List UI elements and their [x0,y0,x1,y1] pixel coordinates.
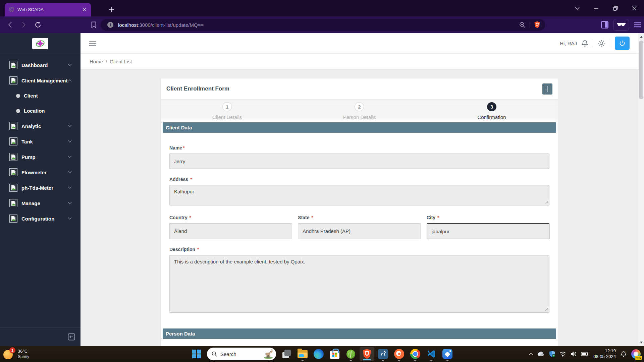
browser-reload-button[interactable] [32,19,44,31]
sidebar-item-client[interactable]: Client [0,88,80,103]
taskbar-weather-widget[interactable]: 1 36°C Sunny [3,346,29,362]
page-scrollbar[interactable] [638,33,644,346]
broken-image-icon [9,199,17,207]
card-kebab-menu-button[interactable] [542,83,552,95]
brave-shields-icon[interactable] [534,21,540,28]
microsoft-store-icon[interactable] [327,346,342,362]
notification-bell-dnd-icon[interactable]: z [620,351,627,357]
start-button[interactable] [189,346,204,362]
sidebar-subitem-label: Client [24,93,80,99]
browser-tab-web-scada[interactable]: Web SCADA [5,3,91,16]
logout-power-button[interactable] [615,37,630,50]
breadcrumb-home-link[interactable]: Home [90,59,103,64]
city-input[interactable] [427,223,549,239]
sidebar-item-analytic[interactable]: Analytic [0,118,80,134]
scrollbar-thumb[interactable] [639,41,643,99]
tab-close-icon[interactable] [81,7,87,13]
windows-security-shield-icon[interactable] [549,351,555,357]
page-content: Client Enrollment Form 1 Client Details … [80,70,638,346]
sidebar-item-client-management[interactable]: Client Management [0,73,80,88]
window-minimize-button[interactable] [587,0,606,16]
resize-grip-icon[interactable] [545,200,548,204]
step-person-details[interactable]: 2 Person Details [293,100,425,120]
client-enrollment-card: Client Enrollment Form 1 Client Details … [161,78,558,346]
window-close-button[interactable] [625,0,644,16]
chevron-down-icon [68,125,72,127]
breadcrumb-separator: / [106,59,107,64]
sidebar-collapse-icon[interactable] [68,333,75,341]
theme-toggle-sun-icon[interactable] [598,40,605,47]
onedrive-cloud-icon[interactable] [537,352,545,356]
sidebar-toggle-icon[interactable] [601,21,608,28]
sidebar-item-ph-tds-meter[interactable]: ph-Tds-Meter [0,180,80,195]
clock-time: 12:19 [594,348,616,354]
sidebar-item-location[interactable]: Location [0,103,80,118]
sidebar-item-tank[interactable]: Tank [0,134,80,149]
step-client-details[interactable]: 1 Client Details [161,100,293,120]
step-number: 3 [487,102,496,111]
sidebar-item-dashboard[interactable]: Dashboard [0,57,80,73]
sidebar-item-pump[interactable]: Pump [0,149,80,165]
sidebar-hamburger-icon[interactable] [89,38,99,48]
taskbar-search-box[interactable]: Search [207,348,276,360]
sidebar-item-label: Pump [21,154,68,160]
taskbar-clock[interactable]: 12:19 08-05-2024 [594,348,616,360]
address-bar[interactable]: i localhost:3000/client-list/update/MQ== [101,19,545,31]
site-info-icon[interactable]: i [107,22,113,28]
volume-icon[interactable] [571,351,577,357]
brave-browser-icon[interactable] [360,347,374,361]
pgadmin-icon[interactable] [376,346,390,362]
chevron-down-icon [68,202,72,204]
app-sidebar: Dashboard Client Management Client Locat… [0,33,80,346]
copilot-icon[interactable]: PRE [631,349,641,359]
browser-back-button[interactable] [4,19,15,31]
client-data-section-header: Client Data [163,122,556,133]
wizard-steps: 1 Client Details 2 Person Details 3 Conf… [161,99,558,120]
bullet-icon [16,94,20,98]
notifications-bell-icon[interactable] [582,40,588,47]
task-view-icon[interactable] [279,346,294,362]
window-restore-button[interactable] [606,0,625,16]
scrollbar-down-arrow[interactable] [638,340,644,345]
address-textarea[interactable]: Kalhupur [169,185,549,205]
postman-icon[interactable] [392,346,407,362]
spring-leaf-app-icon[interactable] [343,346,358,362]
desktop-screen: Web SCADA [0,0,644,362]
zoom-page-icon[interactable] [519,22,526,28]
tab-favicon-icon [9,7,14,12]
name-input[interactable] [169,154,549,169]
weather-condition: Sunny [18,354,29,359]
sidebar-item-label: Tank [21,139,68,144]
step-confirmation[interactable]: 3 Confirmation [426,100,558,120]
country-input[interactable] [169,223,292,239]
state-input[interactable] [298,223,421,239]
resize-grip-icon[interactable] [545,308,548,311]
app-logo[interactable] [32,38,48,49]
scrollbar-up-arrow[interactable] [638,34,644,40]
google-chrome-icon[interactable] [408,346,423,362]
photos-app-icon[interactable] [440,346,455,362]
sidebar-item-manage[interactable]: Manage [0,195,80,211]
windows-taskbar: 1 36°C Sunny Search [0,346,644,362]
tray-chevron-up-icon[interactable] [529,353,533,355]
search-highlight-donkey-image[interactable] [263,349,274,359]
wifi-icon[interactable] [559,352,566,357]
battery-icon[interactable] [581,352,588,356]
bookmark-icon[interactable] [88,19,99,31]
microsoft-edge-icon[interactable] [311,346,326,362]
brave-vpn-icon[interactable] [613,19,629,31]
new-tab-button[interactable] [107,5,116,14]
sidebar-item-flowmeter[interactable]: Flowmeter [0,165,80,180]
weather-temperature: 36°C [18,349,29,354]
sidebar-item-configuration[interactable]: Configuration [0,211,80,226]
browser-menu-icon[interactable] [634,22,641,27]
vscode-icon[interactable] [424,346,439,362]
tab-search-chevron-icon[interactable] [568,0,587,16]
step-label: Client Details [212,114,242,120]
address-label: Address * [169,177,549,182]
app-header: Hi, RAJ [80,33,638,54]
description-textarea[interactable]: This is a description of the example cli… [169,255,549,313]
chevron-down-icon [68,217,72,220]
browser-forward-button[interactable] [18,19,30,31]
file-explorer-icon[interactable] [295,346,310,362]
